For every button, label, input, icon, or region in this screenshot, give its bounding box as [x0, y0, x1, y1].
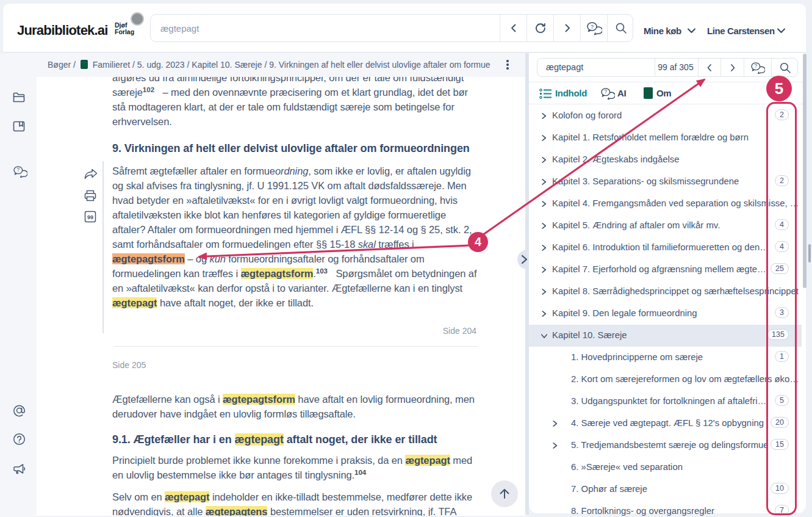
svg-text:?: ?	[605, 89, 608, 95]
svg-text:?: ?	[755, 63, 758, 69]
svg-text:99: 99	[87, 214, 93, 220]
svg-text:?: ?	[590, 24, 593, 30]
svg-text:?: ?	[17, 167, 20, 173]
